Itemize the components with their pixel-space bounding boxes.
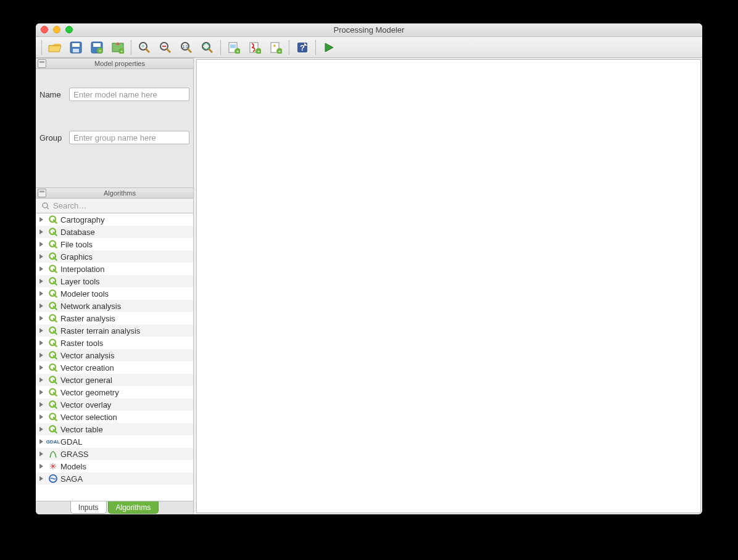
expand-icon[interactable]: [39, 451, 46, 457]
tree-item-label: Interpolation: [60, 265, 105, 274]
expand-icon[interactable]: [39, 377, 46, 383]
export-python-icon: *+: [270, 41, 282, 54]
model-name-input[interactable]: [69, 88, 189, 101]
tree-item[interactable]: Vector analysis: [36, 349, 193, 361]
toolbar: + + + 1:1 + + *+ ?: [36, 37, 702, 58]
svg-rect-1: [72, 43, 80, 47]
svg-rect-4: [93, 43, 101, 47]
expand-icon[interactable]: [39, 352, 46, 358]
export-python-button[interactable]: *+: [266, 39, 286, 56]
expand-icon[interactable]: [39, 401, 46, 408]
expand-icon[interactable]: [39, 414, 46, 420]
expand-icon[interactable]: [39, 278, 46, 284]
expand-icon[interactable]: [39, 463, 46, 469]
save-as-icon: +: [91, 41, 103, 54]
tree-item[interactable]: Raster terrain analysis: [36, 324, 193, 337]
tree-item[interactable]: ✳Models: [36, 460, 193, 472]
tree-item[interactable]: Database: [36, 226, 193, 238]
help-button[interactable]: ?: [292, 39, 312, 56]
zoom-window-button[interactable]: [65, 26, 73, 33]
tree-item[interactable]: Vector geometry: [36, 386, 193, 398]
expand-icon[interactable]: [39, 476, 46, 482]
open-button[interactable]: [45, 39, 65, 56]
export-image-button[interactable]: +: [224, 39, 244, 56]
undock-icon[interactable]: [38, 59, 46, 68]
expand-icon[interactable]: [39, 229, 46, 235]
minimize-window-button[interactable]: [53, 26, 60, 33]
tab-inputs[interactable]: Inputs: [70, 501, 107, 514]
expand-icon[interactable]: [39, 303, 46, 309]
tree-item-label: Layer tools: [60, 277, 100, 286]
tree-item[interactable]: Vector creation: [36, 361, 193, 374]
expand-icon[interactable]: [39, 364, 46, 371]
expand-icon[interactable]: [39, 389, 46, 395]
tree-item[interactable]: Vector table: [36, 423, 193, 435]
expand-icon[interactable]: [39, 327, 46, 334]
model-properties-title: Model properties: [46, 60, 193, 67]
svg-line-61: [54, 356, 57, 359]
svg-line-41: [54, 233, 57, 236]
qgis-icon: [48, 400, 58, 410]
add-to-project-button[interactable]: +: [108, 39, 128, 56]
tab-algorithms[interactable]: Algorithms: [108, 501, 159, 514]
tree-item-label: Vector general: [60, 376, 112, 385]
zoom-out-button[interactable]: [155, 39, 175, 56]
qgis-icon: [48, 412, 58, 422]
tree-item[interactable]: Layer tools: [36, 275, 193, 287]
tree-item-label: SAGA: [60, 474, 83, 484]
svg-line-55: [54, 319, 57, 322]
expand-icon[interactable]: [39, 290, 46, 297]
zoom-full-button[interactable]: [197, 39, 217, 56]
undock-icon[interactable]: [38, 189, 46, 197]
tree-item[interactable]: Raster tools: [36, 337, 193, 349]
model-canvas[interactable]: [196, 59, 701, 513]
tree-item[interactable]: Vector overlay: [36, 398, 193, 411]
tree-item[interactable]: SAGA: [36, 472, 193, 485]
expand-icon[interactable]: [39, 253, 46, 260]
expand-icon[interactable]: [39, 315, 46, 321]
expand-icon[interactable]: [39, 439, 46, 445]
model-group-input[interactable]: [69, 131, 189, 144]
algorithm-search-input[interactable]: [38, 200, 191, 212]
export-pdf-button[interactable]: +: [245, 39, 265, 56]
tree-item[interactable]: Interpolation: [36, 263, 193, 275]
expand-icon[interactable]: [39, 340, 46, 346]
expand-icon[interactable]: [39, 216, 46, 223]
save-as-button[interactable]: +: [87, 39, 107, 56]
expand-icon[interactable]: [39, 426, 46, 432]
tree-item[interactable]: GRASS: [36, 448, 193, 460]
qgis-icon: [48, 215, 58, 224]
run-button[interactable]: [319, 39, 339, 56]
tree-item[interactable]: Vector selection: [36, 411, 193, 423]
close-window-button[interactable]: [41, 26, 48, 33]
open-folder-icon: [48, 42, 62, 53]
tree-item[interactable]: File tools: [36, 238, 193, 250]
svg-line-73: [54, 430, 57, 433]
zoom-actual-button[interactable]: 1:1: [176, 39, 196, 56]
tree-item-label: Cartography: [60, 215, 105, 224]
qgis-icon: [48, 301, 58, 311]
tree-item[interactable]: Cartography: [36, 213, 193, 226]
zoom-in-button[interactable]: +: [135, 39, 154, 56]
save-button[interactable]: [66, 39, 86, 56]
zoom-out-icon: [159, 41, 172, 54]
svg-line-65: [54, 381, 57, 384]
qgis-icon: [48, 252, 58, 261]
qgis-icon: [48, 276, 58, 286]
algorithm-tree[interactable]: CartographyDatabaseFile toolsGraphicsInt…: [36, 213, 193, 501]
tree-item[interactable]: Network analysis: [36, 300, 193, 312]
tree-item[interactable]: Graphics: [36, 250, 193, 263]
export-pdf-icon: +: [249, 41, 261, 54]
tree-item[interactable]: Modeler tools: [36, 287, 193, 300]
expand-icon[interactable]: [39, 241, 46, 247]
svg-text:+: +: [141, 43, 144, 49]
tree-item-label: Vector geometry: [60, 388, 119, 397]
svg-line-39: [54, 220, 57, 223]
tree-item[interactable]: Vector general: [36, 374, 193, 386]
titlebar: Processing Modeler: [36, 23, 702, 37]
expand-icon[interactable]: [39, 266, 46, 272]
tree-item[interactable]: Raster analysis: [36, 312, 193, 324]
tree-item[interactable]: GDALGDAL: [36, 435, 193, 448]
toolbar-handle[interactable]: [41, 40, 42, 55]
save-icon: [70, 41, 82, 54]
